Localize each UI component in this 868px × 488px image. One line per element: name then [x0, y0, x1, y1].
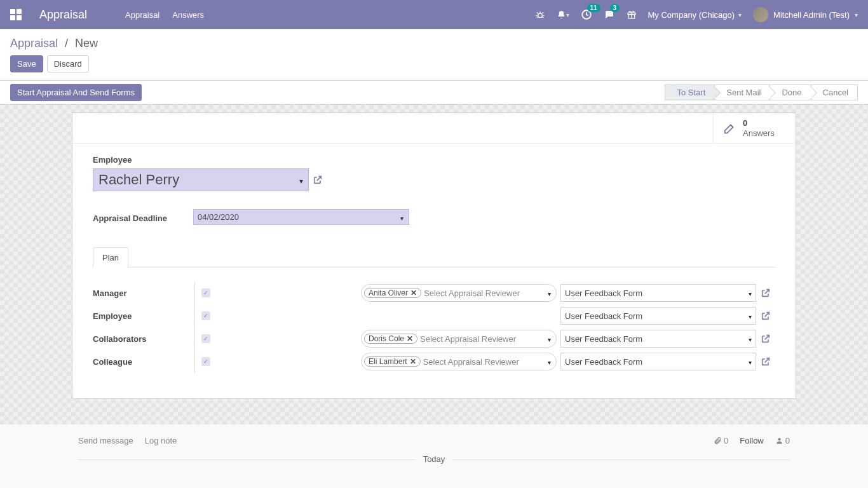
deadline-input[interactable]: 04/02/2020 ▾	[193, 209, 409, 225]
reviewer-placeholder: Select Appraisal Reviewer	[420, 334, 516, 344]
notifications-icon[interactable]: ▾	[557, 10, 569, 20]
send-message-button[interactable]: Send message	[78, 436, 133, 445]
chevron-down-icon: ▾	[749, 359, 752, 366]
chevron-down-icon: ▾	[299, 177, 303, 186]
reviewer-input[interactable]: Doris Cole ✕Select Appraisal Reviewer▾	[361, 330, 557, 348]
svg-point-0	[538, 13, 542, 18]
stage-to-start[interactable]: To Start	[665, 85, 715, 100]
chevron-down-icon: ▾	[749, 290, 752, 297]
employee-input[interactable]: Rachel Perry ▾	[93, 168, 309, 191]
external-link-icon[interactable]	[313, 175, 323, 185]
plan-row-checkbox-cell: ✓	[194, 350, 290, 373]
reviewer-cell: Anita Oliver ✕Select Appraisal Reviewer▾	[361, 284, 557, 302]
checkbox-icon[interactable]: ✓	[201, 357, 210, 366]
user-menu[interactable]: Mitchell Admin (Test) ▾	[753, 7, 858, 22]
remove-tag-icon[interactable]: ✕	[410, 357, 416, 366]
reviewer-input[interactable]: Anita Oliver ✕Select Appraisal Reviewer▾	[361, 284, 557, 302]
form-cell: User Feedback Form▾	[560, 307, 756, 325]
start-appraisal-button[interactable]: Start Appraisal And Send Forms	[10, 84, 142, 101]
form-select-value: User Feedback Form	[565, 334, 642, 344]
log-note-button[interactable]: Log note	[145, 436, 177, 445]
attachments-button[interactable]: 0	[714, 436, 728, 445]
nav-link-appraisal[interactable]: Appraisal	[125, 10, 159, 20]
chevron-down-icon: ▾	[749, 336, 752, 343]
save-button[interactable]: Save	[10, 55, 43, 72]
reviewer-tag: Eli Lambert ✕	[364, 356, 421, 367]
form-cell: User Feedback Form▾	[560, 353, 756, 370]
plan-row: Collaborators✓Doris Cole ✕Select Apprais…	[93, 327, 775, 350]
form-select[interactable]: User Feedback Form▾	[560, 307, 756, 325]
stage-cancel[interactable]: Cancel	[811, 85, 858, 100]
apps-icon[interactable]	[10, 9, 22, 20]
remove-tag-icon[interactable]: ✕	[410, 288, 417, 297]
plan-row: Manager✓Anita Oliver ✕Select Appraisal R…	[93, 281, 775, 304]
form-external-link[interactable]	[756, 311, 775, 321]
reviewer-placeholder: Select Appraisal Reviewer	[424, 288, 520, 298]
reviewer-tag: Anita Oliver ✕	[364, 288, 421, 298]
bug-icon[interactable]	[535, 10, 545, 20]
form-external-link[interactable]	[756, 288, 775, 298]
activities-badge: 11	[587, 4, 600, 12]
plan-row-checkbox-cell: ✓	[194, 304, 290, 327]
deadline-value: 04/02/2020	[198, 212, 239, 222]
form-select[interactable]: User Feedback Form▾	[560, 353, 756, 370]
reviewer-cell: Eli Lambert ✕Select Appraisal Reviewer▾	[361, 353, 557, 370]
user-name: Mitchell Admin (Test)	[773, 10, 850, 20]
plan-row: Employee✓User Feedback Form▾	[93, 304, 775, 327]
chatter: Send message Log note 0 Follow 0 Today	[72, 424, 796, 488]
employee-label: Employee	[93, 155, 775, 165]
chatter-divider: Today	[78, 454, 790, 464]
stage-sent-mail[interactable]: Sent Mail	[714, 85, 770, 100]
top-navbar: Appraisal Appraisal Answers ▾ 11 3 My Co…	[0, 0, 868, 29]
chevron-down-icon: ▾	[548, 336, 551, 343]
form-external-link[interactable]	[756, 356, 775, 367]
chevron-down-icon: ▾	[548, 359, 551, 366]
gift-icon[interactable]	[627, 10, 637, 20]
followers-button[interactable]: 0	[775, 436, 790, 445]
form-select-value: User Feedback Form	[565, 357, 642, 367]
plan-row-label: Collaborators	[93, 334, 194, 344]
employee-value: Rachel Perry	[98, 172, 179, 188]
checkbox-icon[interactable]: ✓	[201, 288, 210, 297]
activities-icon[interactable]: 11	[581, 9, 592, 20]
nav-link-answers[interactable]: Answers	[172, 10, 204, 20]
answers-stat-button[interactable]: 0 Answers	[713, 113, 796, 143]
answers-label: Answers	[743, 128, 775, 139]
checkbox-icon[interactable]: ✓	[201, 311, 210, 320]
form-external-link[interactable]	[756, 334, 775, 344]
form-select[interactable]: User Feedback Form▾	[560, 284, 756, 302]
breadcrumb: Appraisal / New	[10, 34, 858, 55]
chevron-down-icon: ▾	[749, 313, 752, 320]
company-menu[interactable]: My Company (Chicago) ▾	[648, 10, 742, 20]
button-box: 0 Answers	[72, 113, 796, 144]
form-cell: User Feedback Form▾	[560, 330, 756, 348]
plan-row-checkbox-cell: ✓	[194, 281, 290, 304]
follow-button[interactable]: Follow	[740, 436, 764, 445]
form-sheet: 0 Answers Employee Rachel Perry ▾ Apprai…	[72, 112, 796, 399]
avatar	[753, 7, 768, 22]
app-title[interactable]: Appraisal	[39, 8, 87, 22]
chatter-today-label: Today	[416, 454, 453, 464]
remove-tag-icon[interactable]: ✕	[407, 334, 413, 343]
messages-icon[interactable]: 3	[604, 9, 615, 20]
plan-row: Colleague✓Eli Lambert ✕Select Appraisal …	[93, 350, 775, 373]
breadcrumb-root[interactable]: Appraisal	[10, 37, 58, 50]
discard-button[interactable]: Discard	[47, 55, 89, 72]
reviewer-input[interactable]: Eli Lambert ✕Select Appraisal Reviewer▾	[361, 353, 557, 370]
plan-row-label: Manager	[93, 288, 194, 298]
followers-count: 0	[785, 436, 790, 445]
breadcrumb-separator: /	[61, 37, 72, 50]
reviewer-tag: Doris Cole ✕	[364, 334, 417, 344]
tab-plan[interactable]: Plan	[93, 247, 128, 268]
status-stages: To Start Sent Mail Done Cancel	[665, 85, 858, 100]
form-select-value: User Feedback Form	[565, 288, 642, 298]
tabs: Plan	[93, 247, 775, 268]
deadline-label: Appraisal Deadline	[93, 211, 193, 223]
plan-row-label: Employee	[93, 311, 194, 321]
checkbox-icon[interactable]: ✓	[201, 334, 210, 343]
form-select[interactable]: User Feedback Form▾	[560, 330, 756, 348]
chevron-down-icon: ▾	[548, 290, 551, 297]
messages-badge: 3	[610, 4, 620, 12]
form-cell: User Feedback Form▾	[560, 284, 756, 302]
breadcrumb-current: New	[75, 37, 98, 50]
